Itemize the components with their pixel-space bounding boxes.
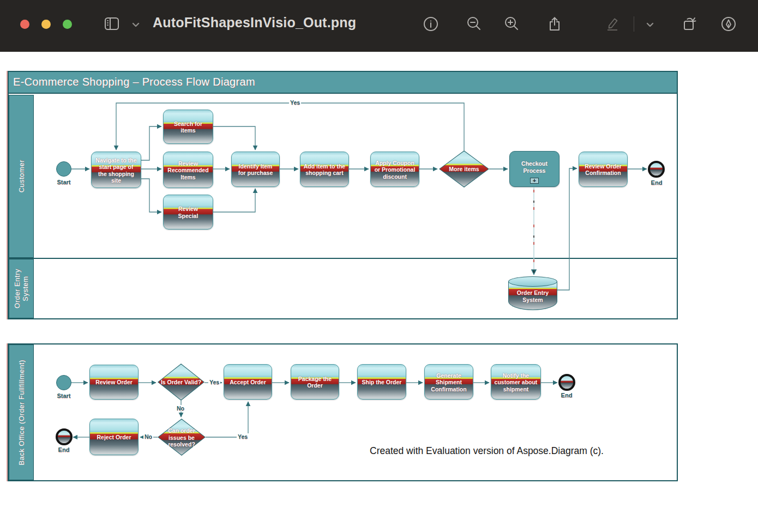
task-navigate-start-page: Navigate to the start page of the shoppi…: [91, 152, 141, 188]
info-icon[interactable]: [423, 16, 439, 32]
share-icon[interactable]: [546, 16, 563, 32]
gateway-can-issues-be-resolved: Can order issues be resolved?: [158, 419, 206, 456]
end-event-back-office-right: [558, 374, 575, 391]
start-event-customer: [56, 161, 71, 177]
rotate-icon[interactable]: [682, 16, 698, 32]
lane-customer: Customer: [9, 95, 34, 258]
gateway-is-order-valid: Is Order Valid?: [158, 364, 204, 401]
end-event-back-office-left-label: End: [45, 446, 83, 453]
edge-label-resolve-no: No: [143, 433, 153, 440]
markup-chevron-icon[interactable]: [642, 18, 658, 34]
diagram-title-band: E-Commerce Shopping – Process Flow Diagr…: [9, 72, 677, 94]
task-review-special: Review Special: [163, 195, 213, 229]
task-review-recommended: Review Recommended Items: [163, 152, 213, 188]
window-title: AutoFitShapesInVisio_Out.png: [153, 15, 356, 31]
task-review-order-confirmation: Review Order Confirmation: [579, 152, 628, 187]
zoom-in-icon[interactable]: [503, 16, 520, 32]
sidebar-chevron-icon[interactable]: [128, 18, 144, 34]
task-ship-order: Ship the Order: [357, 364, 406, 400]
process-diagram-top: E-Commerce Shopping – Process Flow Diagr…: [8, 71, 678, 319]
task-add-item-cart: Add item to the shopping cart: [300, 152, 349, 187]
end-event-customer: [648, 161, 665, 178]
diagram-title: E-Commerce Shopping – Process Flow Diagr…: [13, 76, 255, 88]
connectors-diagram1: [9, 72, 677, 318]
edge-label-yes-loop: Yes: [289, 99, 301, 106]
zoom-out-icon[interactable]: [466, 16, 482, 32]
sidebar-toggle-icon[interactable]: [104, 16, 120, 32]
end-event-label: End: [637, 179, 676, 186]
titlebar: AutoFitShapesInVisio_Out.png: [0, 0, 758, 52]
lane-separator: [9, 258, 677, 259]
close-button[interactable]: [20, 20, 29, 29]
start-event-label: Start: [45, 179, 83, 185]
task-apply-coupon: Apply Coupon or Promotional discount: [370, 152, 419, 187]
evaluation-watermark: Created with Evaluation version of Aspos…: [370, 445, 604, 457]
task-accept-order: Accept Order: [224, 364, 272, 400]
start-event-back-office-label: Start: [45, 392, 83, 399]
toolbar-divider: [634, 16, 634, 32]
document-canvas: E-Commerce Shopping – Process Flow Diagr…: [0, 52, 758, 532]
task-search-items: Search for items: [163, 110, 213, 144]
task-reject-order: Reject Order: [89, 419, 139, 455]
datastore-order-entry-system: Order Entry System: [508, 276, 557, 310]
end-event-back-office-right-label: End: [548, 392, 586, 398]
edge-label-resolve-yes: Yes: [237, 433, 249, 440]
task-notify-customer: Notify the customer about shipment: [491, 364, 541, 400]
subprocess-checkout: Checkout Process +: [509, 151, 560, 187]
preview-window: AutoFitShapesInVisio_Out.png: [0, 0, 758, 532]
task-generate-shipment-confirmation: Generate Shipment Confirmation: [424, 364, 473, 400]
minimize-button[interactable]: [41, 20, 51, 29]
fullscreen-button[interactable]: [63, 20, 72, 29]
end-event-back-office-left: [56, 428, 73, 445]
start-event-back-office: [56, 375, 71, 390]
lane-order-entry-system: Order Entry System: [9, 259, 34, 318]
markup-pencil-icon[interactable]: [604, 16, 620, 32]
subprocess-plus-marker: +: [530, 178, 539, 184]
task-review-order: Review Order: [89, 365, 139, 400]
task-package-order: Package the Order: [291, 364, 339, 400]
lane-back-office: Back Office (Order Fullfillment): [9, 344, 34, 480]
gateway-more-items: More items: [439, 150, 489, 188]
process-diagram-bottom: Back Office (Order Fullfillment): [8, 343, 678, 481]
edge-label-valid-no: No: [176, 405, 185, 412]
task-identify-item: Identify Item for purchase: [231, 152, 280, 187]
annotate-pen-icon[interactable]: [720, 16, 737, 32]
edge-label-valid-yes: Yes: [208, 379, 220, 385]
